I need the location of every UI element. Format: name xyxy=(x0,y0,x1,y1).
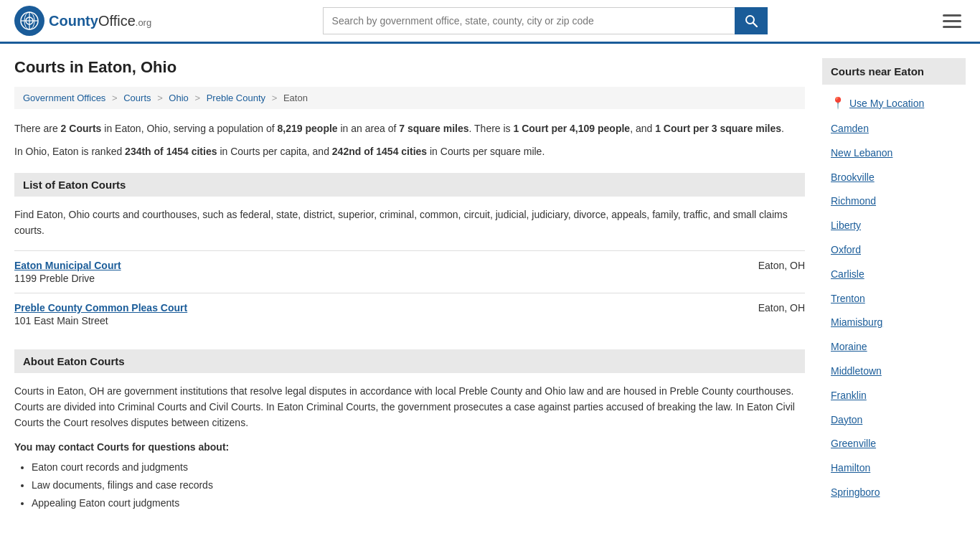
location-pin-icon: 📍 xyxy=(831,96,845,110)
about-section: About Eaton Courts Courts in Eaton, OH a… xyxy=(14,349,805,513)
sidebar-link-new-lebanon[interactable]: New Lebanon xyxy=(822,141,966,166)
breadcrumb-preble-county[interactable]: Preble County xyxy=(207,93,265,103)
court-item: Eaton Municipal Court 1199 Preble Drive … xyxy=(14,250,805,293)
sidebar-link-richmond[interactable]: Richmond xyxy=(822,189,966,214)
list-section-header: List of Eaton Courts xyxy=(14,173,805,197)
sidebar-link-franklin[interactable]: Franklin xyxy=(822,384,966,408)
menu-button[interactable] xyxy=(938,10,966,32)
sidebar-link-trenton[interactable]: Trenton xyxy=(822,287,966,311)
breadcrumb-government-offices[interactable]: Government Offices xyxy=(23,93,105,103)
sidebar-link-moraine[interactable]: Moraine xyxy=(822,335,966,359)
list-item: Law documents, filings and case records xyxy=(32,476,805,494)
about-section-header: About Eaton Courts xyxy=(14,349,805,373)
court-name-link[interactable]: Preble County Common Pleas Court xyxy=(14,302,187,314)
sidebar-link-oxford[interactable]: Oxford xyxy=(822,238,966,263)
sidebar-link-carlisle[interactable]: Carlisle xyxy=(822,263,966,287)
main-layout: Courts in Eaton, Ohio Government Offices… xyxy=(0,44,980,527)
sidebar-header: Courts near Eaton xyxy=(822,58,966,85)
list-item: Eaton court records and judgments xyxy=(32,458,805,476)
contact-list: Eaton court records and judgments Law do… xyxy=(14,458,805,513)
use-my-location-link[interactable]: Use My Location xyxy=(849,98,924,109)
court-address: 101 East Main Street xyxy=(14,315,187,326)
sidebar: Courts near Eaton 📍 Use My Location Camd… xyxy=(822,58,966,512)
contact-label: You may contact Courts for questions abo… xyxy=(14,441,805,453)
court-name-link[interactable]: Eaton Municipal Court xyxy=(14,260,121,271)
page-title: Courts in Eaton, Ohio xyxy=(14,58,805,77)
court-city-state: Eaton, OH xyxy=(758,302,805,314)
breadcrumb-ohio[interactable]: Ohio xyxy=(169,93,188,103)
court-city-state: Eaton, OH xyxy=(758,260,805,271)
stats-paragraph: There are 2 Courts in Eaton, Ohio, servi… xyxy=(14,121,805,136)
breadcrumb-courts[interactable]: Courts xyxy=(123,93,151,103)
court-address: 1199 Preble Drive xyxy=(14,273,121,284)
content-area: Courts in Eaton, Ohio Government Offices… xyxy=(14,58,805,512)
breadcrumb: Government Offices > Courts > Ohio > Pre… xyxy=(14,87,805,109)
sidebar-link-camden[interactable]: Camden xyxy=(822,117,966,141)
ranking-paragraph: In Ohio, Eaton is ranked 234th of 1454 c… xyxy=(14,143,805,159)
sidebar-link-liberty[interactable]: Liberty xyxy=(822,214,966,238)
search-input[interactable] xyxy=(323,7,735,34)
logo-icon xyxy=(14,6,44,36)
logo-text: CountyOffice.org xyxy=(49,13,151,29)
about-description: Courts in Eaton, OH are government insti… xyxy=(14,383,805,431)
sidebar-link-greenville[interactable]: Greenville xyxy=(822,432,966,456)
search-button[interactable] xyxy=(735,7,768,34)
sidebar-link-brookville[interactable]: Brookville xyxy=(822,166,966,190)
site-header: CountyOffice.org xyxy=(0,0,980,44)
svg-line-6 xyxy=(753,23,757,27)
list-description: Find Eaton, Ohio courts and courthouses,… xyxy=(14,207,805,239)
court-item: Preble County Common Pleas Court 101 Eas… xyxy=(14,293,805,335)
breadcrumb-current: Eaton xyxy=(283,93,308,103)
sidebar-link-springboro[interactable]: Springboro xyxy=(822,481,966,505)
use-location-button[interactable]: 📍 Use My Location xyxy=(822,92,966,114)
sidebar-link-middletown[interactable]: Middletown xyxy=(822,359,966,384)
sidebar-link-hamilton[interactable]: Hamilton xyxy=(822,456,966,481)
list-item: Appealing Eaton court judgments xyxy=(32,494,805,512)
sidebar-link-dayton[interactable]: Dayton xyxy=(822,408,966,433)
logo-area: CountyOffice.org xyxy=(14,6,151,36)
sidebar-link-miamisburg[interactable]: Miamisburg xyxy=(822,311,966,335)
search-area xyxy=(323,7,768,34)
